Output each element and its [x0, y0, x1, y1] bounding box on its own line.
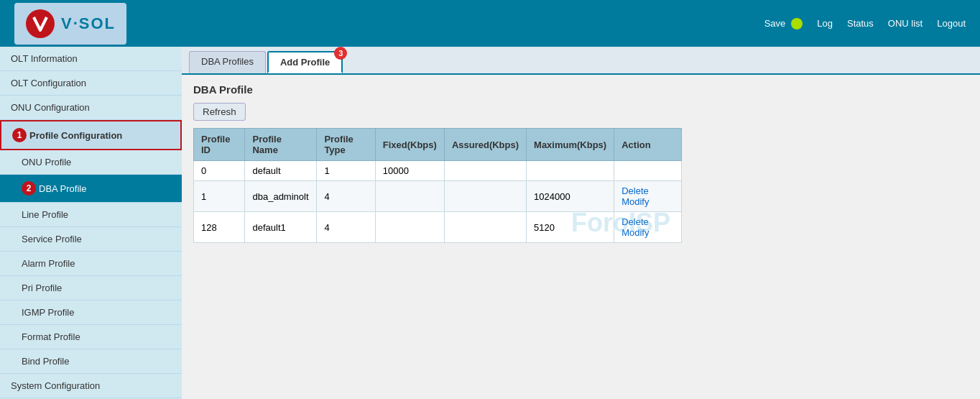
col-header-action: Action — [614, 129, 682, 161]
save-label[interactable]: Save — [764, 18, 786, 29]
content-body: DBA Profile Refresh Profile ID Profile N… — [182, 75, 980, 252]
nav-onu-list[interactable]: ONU list — [888, 18, 923, 29]
sidebar-item-system-config[interactable]: System Configuration — [0, 374, 182, 398]
sidebar-item-format-profile[interactable]: Format Profile — [0, 325, 182, 349]
vsol-logo-icon — [25, 9, 55, 39]
cell-assured-1 — [444, 181, 526, 212]
status-indicator — [791, 18, 803, 29]
sidebar-item-olt-info[interactable]: OLT Information — [0, 47, 182, 71]
cell-maximum-1: 1024000 — [527, 181, 614, 212]
col-header-profile-id: Profile ID — [194, 129, 245, 161]
cell-assured-0 — [444, 161, 526, 181]
tab-badge: 3 — [334, 47, 347, 60]
col-header-profile-type: Profile Type — [317, 129, 375, 161]
cell-profile-type-0: 1 — [317, 161, 375, 181]
cell-action-1: Delete Modify — [614, 181, 682, 212]
cell-profile-type-2: 4 — [317, 212, 375, 243]
delete-link-1[interactable]: Delete — [621, 185, 649, 196]
sidebar-item-dba-profile[interactable]: 2 DBA Profile — [0, 175, 182, 203]
sidebar-item-igmp-profile[interactable]: IGMP Profile — [0, 301, 182, 325]
delete-link-2[interactable]: Delete — [621, 216, 649, 227]
logo-text: V·SOL — [61, 14, 116, 33]
save-area: Save — [764, 18, 803, 29]
table-row: 1 dba_adminolt 4 1024000 Delete Modify — [194, 181, 682, 212]
logo-area: V·SOL — [14, 3, 126, 45]
table-row: 128 default1 4 5120 Delete Modify — [194, 212, 682, 243]
sidebar-item-olt-config[interactable]: OLT Configuration — [0, 71, 182, 96]
cell-profile-id-1: 1 — [194, 181, 245, 212]
nav-status[interactable]: Status — [847, 18, 874, 29]
cell-profile-name-2: default1 — [245, 212, 317, 243]
sidebar-item-onu-profile[interactable]: ONU Profile — [0, 150, 182, 175]
content-area: ForoISP DBA Profiles Add Profile 3 DBA P… — [182, 47, 980, 399]
cell-profile-id-0: 0 — [194, 161, 245, 181]
sidebar: OLT Information OLT Configuration ONU Co… — [0, 47, 182, 399]
cell-action-2: Delete Modify — [614, 212, 682, 243]
main-layout: OLT Information OLT Configuration ONU Co… — [0, 47, 980, 399]
cell-assured-2 — [444, 212, 526, 243]
sidebar-item-line-profile[interactable]: Line Profile — [0, 203, 182, 227]
cell-fixed-1 — [375, 181, 444, 212]
page-title: DBA Profile — [193, 83, 969, 96]
cell-action-0 — [614, 161, 682, 181]
col-header-assured: Assured(Kbps) — [444, 129, 526, 161]
col-header-profile-name: Profile Name — [245, 129, 317, 161]
nav-log[interactable]: Log — [817, 18, 833, 29]
sidebar-item-service-profile[interactable]: Service Profile — [0, 227, 182, 252]
nav-logout[interactable]: Logout — [937, 18, 966, 29]
cell-maximum-2: 5120 — [527, 212, 614, 243]
col-header-fixed: Fixed(Kbps) — [375, 129, 444, 161]
badge-1: 1 — [12, 128, 27, 142]
tab-bar: DBA Profiles Add Profile 3 — [182, 47, 980, 75]
col-header-maximum: Maximum(Kbps) — [527, 129, 614, 161]
modify-link-1[interactable]: Modify — [621, 196, 649, 207]
cell-profile-name-0: default — [245, 161, 317, 181]
cell-profile-name-1: dba_adminolt — [245, 181, 317, 212]
sidebar-item-bind-profile[interactable]: Bind Profile — [0, 349, 182, 374]
refresh-button[interactable]: Refresh — [193, 103, 246, 121]
sidebar-item-pri-profile[interactable]: Pri Profile — [0, 276, 182, 301]
cell-profile-type-1: 4 — [317, 181, 375, 212]
svg-point-0 — [26, 9, 55, 38]
sidebar-item-onu-config[interactable]: ONU Configuration — [0, 96, 182, 120]
header: V·SOL Save Log Status ONU list Logout — [0, 0, 980, 47]
table-row: 0 default 1 10000 — [194, 161, 682, 181]
header-right: Save Log Status ONU list Logout — [764, 18, 966, 29]
modify-link-2[interactable]: Modify — [621, 227, 649, 238]
tab-dba-profiles[interactable]: DBA Profiles — [189, 51, 266, 73]
badge-2: 2 — [22, 181, 36, 196]
dba-profile-table: Profile ID Profile Name Profile Type Fix… — [193, 128, 682, 243]
cell-fixed-0: 10000 — [375, 161, 444, 181]
sidebar-item-alarm-profile[interactable]: Alarm Profile — [0, 252, 182, 276]
sidebar-item-profile-config[interactable]: 1 Profile Configuration — [0, 120, 182, 150]
tab-add-profile[interactable]: Add Profile 3 — [267, 51, 343, 73]
cell-fixed-2 — [375, 212, 444, 243]
cell-profile-id-2: 128 — [194, 212, 245, 243]
cell-maximum-0 — [527, 161, 614, 181]
header-nav: Log Status ONU list Logout — [817, 18, 966, 29]
